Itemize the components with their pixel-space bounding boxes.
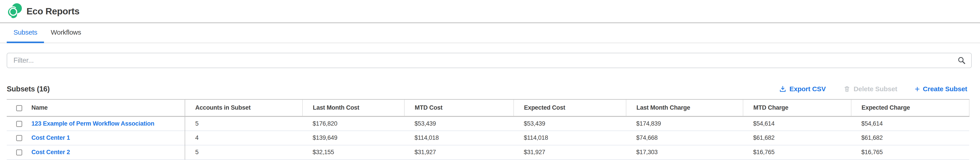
section-header: Subsets (16) Export CSV Delete Subset + … [7,80,973,97]
section-title: Subsets (16) [7,85,49,93]
subset-link[interactable]: 123 Example of Perm Workflow Association [32,120,154,127]
table-header-row: Name Accounts in Subset Last Month Cost … [7,99,969,116]
tab-workflows-label: Workflows [51,29,81,36]
section-actions: Export CSV Delete Subset + Create Subset [779,85,973,93]
download-icon [779,85,786,93]
row-checkbox[interactable] [16,135,22,141]
filter-input[interactable] [7,53,972,68]
cell-expected-cost: $31,927 [514,145,626,160]
cell-expected-charge: $16,765 [851,145,969,160]
subset-link[interactable]: Cost Center 1 [32,134,70,141]
cell-accounts: 5 [185,145,302,160]
column-header-last-month-charge[interactable]: Last Month Charge [626,99,743,116]
table-row: Cost Center 1 4 $139,649 $114,018 $114,0… [7,131,969,145]
row-checkbox[interactable] [16,121,22,127]
cell-last-month-cost: $32,155 [302,145,404,160]
eco-logo-icon [6,3,23,19]
subsets-table-container: Name Accounts in Subset Last Month Cost … [7,99,969,160]
cell-expected-charge: $61,682 [851,131,969,145]
column-header-name[interactable]: Name [27,99,185,116]
cell-mtd-charge: $16,765 [743,145,851,160]
delete-subset-button[interactable]: Delete Subset [843,85,897,93]
plus-icon: + [915,86,920,92]
tab-subsets-label: Subsets [13,29,37,36]
page-title: Eco Reports [27,6,80,17]
cell-last-month-charge: $74,668 [626,131,743,145]
app-header: Eco Reports [0,0,980,23]
tab-workflows[interactable]: Workflows [44,23,88,43]
cell-accounts: 4 [185,131,302,145]
column-header-expected-charge[interactable]: Expected Charge [851,99,969,116]
column-header-accounts[interactable]: Accounts in Subset [185,99,302,116]
select-all-checkbox[interactable] [16,105,22,111]
search-icon [957,56,966,65]
subsets-table: Name Accounts in Subset Last Month Cost … [7,99,969,160]
cell-mtd-charge: $61,682 [743,131,851,145]
create-subset-label: Create Subset [923,85,967,93]
cell-last-month-charge: $174,839 [626,116,743,131]
filter-container [7,53,972,68]
cell-mtd-cost: $114,018 [404,131,514,145]
cell-expected-cost: $53,439 [514,116,626,131]
table-row: Cost Center 2 5 $32,155 $31,927 $31,927 … [7,145,969,160]
tab-subsets[interactable]: Subsets [7,23,44,43]
cell-mtd-cost: $53,439 [404,116,514,131]
tab-bar: Subsets Workflows [0,23,980,43]
export-csv-label: Export CSV [789,85,826,93]
cell-last-month-cost: $139,649 [302,131,404,145]
delete-subset-label: Delete Subset [854,85,897,93]
column-header-mtd-charge[interactable]: MTD Charge [743,99,851,116]
column-header-mtd-cost[interactable]: MTD Cost [404,99,514,116]
cell-expected-cost: $114,018 [514,131,626,145]
cell-last-month-cost: $176,820 [302,116,404,131]
column-header-expected-cost[interactable]: Expected Cost [514,99,626,116]
row-checkbox[interactable] [16,149,22,156]
cell-mtd-cost: $31,927 [404,145,514,160]
column-header-last-month-cost[interactable]: Last Month Cost [302,99,404,116]
cell-mtd-charge: $54,614 [743,116,851,131]
table-row: 123 Example of Perm Workflow Association… [7,116,969,131]
subset-link[interactable]: Cost Center 2 [32,149,70,156]
cell-last-month-charge: $17,303 [626,145,743,160]
trash-icon [843,85,851,93]
cell-expected-charge: $54,614 [851,116,969,131]
create-subset-button[interactable]: + Create Subset [915,85,967,93]
cell-accounts: 5 [185,116,302,131]
export-csv-button[interactable]: Export CSV [779,85,826,93]
